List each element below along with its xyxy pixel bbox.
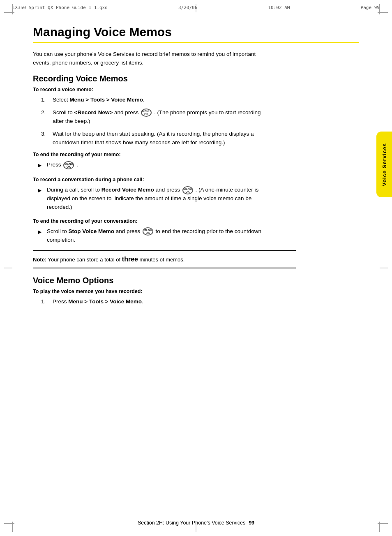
footer-page-number: 99 xyxy=(249,520,254,526)
note-text-after: minutes of memos. xyxy=(138,256,184,263)
icon-bottom-text: OK xyxy=(146,231,150,234)
print-time: 10:02 AM xyxy=(268,5,290,10)
sub-heading-play: To play the voice memos you have recorde… xyxy=(33,289,359,294)
step-bold: Record Voice Memo xyxy=(101,187,154,193)
page-container: LX350_Sprint QX Phone Guide_1-1.qxd 3/20… xyxy=(0,0,392,536)
step-content: During a call, scroll to Record Voice Me… xyxy=(47,186,271,212)
file-info: LX350_Sprint QX Phone Guide_1-1.qxd xyxy=(12,5,108,10)
intro-paragraph: You can use your phone's Voice Services … xyxy=(33,50,271,67)
menu-ok-icon: MENU OK xyxy=(141,109,152,117)
icon-bottom-text: OK xyxy=(185,190,190,193)
step-content: Select Menu > Tools > Voice Memo. xyxy=(53,96,271,104)
footer-text: Section 2H: Using Your Phone's Voice Ser… xyxy=(138,520,245,526)
icon-top-text: MENU xyxy=(183,187,192,190)
icon-inner: MENU OK xyxy=(144,229,152,234)
icon-inner: MENU OK xyxy=(65,162,73,168)
section2-heading: Voice Memo Options xyxy=(33,276,359,285)
record-steps-list: 1. Select Menu > Tools > Voice Memo. 2. … xyxy=(41,96,359,147)
menu-ok-icon: MENU OK xyxy=(63,161,74,169)
sub-heading-record: To record a voice memo: xyxy=(33,87,359,92)
call-record-step: ► During a call, scroll to Record Voice … xyxy=(37,186,271,212)
step-content: Scroll to <Record New> and press MENU OK… xyxy=(53,109,271,126)
step-bold: Menu > Tools > Voice Memo xyxy=(68,298,142,305)
call-record-list: ► During a call, scroll to Record Voice … xyxy=(37,186,359,212)
step-content: Scroll to Stop Voice Memo and press MENU… xyxy=(47,227,271,245)
menu-ok-icon: MENU OK xyxy=(143,227,153,236)
icon-bottom-text: OK xyxy=(67,165,71,168)
page-title: Managing Voice Memos xyxy=(33,25,359,39)
icon-bottom-text: OK xyxy=(144,113,149,116)
crop-mark xyxy=(12,522,13,532)
arrow-bullet-icon: ► xyxy=(37,161,47,170)
step-content: Press Menu > Tools > Voice Memo. xyxy=(53,298,271,306)
note-label: Note: xyxy=(33,256,46,263)
step-number: 2. xyxy=(41,109,53,117)
record-step-2: 2. Scroll to <Record New> and press MENU… xyxy=(41,109,271,126)
step-number: 1. xyxy=(41,298,53,306)
end-conv-step: ► Scroll to Stop Voice Memo and press ME… xyxy=(37,227,271,245)
record-step-3: 3. Wait for the beep and then start spea… xyxy=(41,130,271,147)
icon-top-text: MENU xyxy=(144,229,152,231)
crop-mark xyxy=(4,523,14,524)
step-content: Wait for the beep and then start speakin… xyxy=(53,130,271,147)
note-text-before: Your phone can store a total of xyxy=(46,256,122,263)
voice-services-tab: Voice Services xyxy=(376,132,392,197)
sub-heading-end-memo: To end the recording of your memo: xyxy=(33,152,359,157)
note-emphasis: three xyxy=(122,256,138,263)
step-number: 1. xyxy=(41,96,53,104)
end-memo-list: ► Press MENU OK . xyxy=(37,161,359,170)
section1-heading: Recording Voice Memos xyxy=(33,74,359,83)
icon-inner: MENU OK xyxy=(183,187,192,193)
end-memo-step: ► Press MENU OK . xyxy=(37,161,271,170)
main-content: Managing Voice Memos You can use your ph… xyxy=(33,25,359,511)
title-rule xyxy=(33,42,359,43)
arrow-bullet-icon: ► xyxy=(37,186,47,195)
step-number: 3. xyxy=(41,130,53,139)
icon-inner: MENU OK xyxy=(142,110,151,116)
step-bold: Stop Voice Memo xyxy=(69,228,115,234)
page-footer: Section 2H: Using Your Phone's Voice Ser… xyxy=(33,520,359,526)
crop-mark xyxy=(380,268,388,268)
crop-mark xyxy=(4,268,12,268)
step-bold: <Record New> xyxy=(74,109,113,116)
sub-heading-call-record: To record a conversation during a phone … xyxy=(33,177,359,183)
print-header: LX350_Sprint QX Phone Guide_1-1.qxd 3/20… xyxy=(0,5,392,10)
step-content: Press MENU OK . xyxy=(47,161,271,169)
menu-ok-icon: MENU OK xyxy=(182,186,193,194)
icon-top-text: MENU xyxy=(65,162,73,165)
print-page: Page 99 xyxy=(361,5,380,10)
crop-mark xyxy=(4,12,14,13)
icon-top-text: MENU xyxy=(142,110,151,113)
print-date: 3/20/06 xyxy=(178,5,197,10)
step-bold: Menu > Tools > Voice Memo xyxy=(69,97,143,103)
note-box: Note: Your phone can store a total of th… xyxy=(33,250,296,268)
crop-mark xyxy=(379,522,380,532)
record-step-1: 1. Select Menu > Tools > Voice Memo. xyxy=(41,96,271,104)
play-step-1: 1. Press Menu > Tools > Voice Memo. xyxy=(41,298,271,306)
tab-label: Voice Services xyxy=(381,143,387,186)
play-steps-list: 1. Press Menu > Tools > Voice Memo. xyxy=(41,298,359,306)
sub-heading-end-conv: To end the recording of your conversatio… xyxy=(33,218,359,224)
end-conv-list: ► Scroll to Stop Voice Memo and press ME… xyxy=(37,227,359,245)
arrow-bullet-icon: ► xyxy=(37,227,47,237)
